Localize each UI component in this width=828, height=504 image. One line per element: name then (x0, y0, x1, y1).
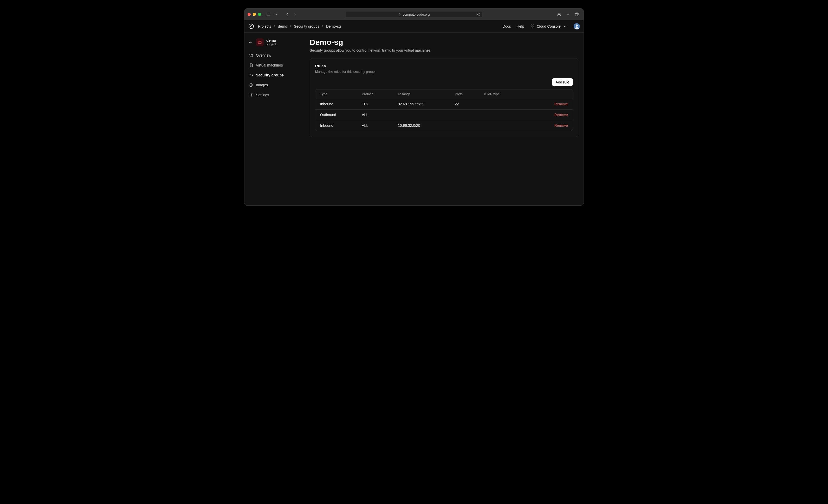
breadcrumb-projects[interactable]: Projects (258, 24, 271, 29)
sidebar-item-images[interactable]: Images (247, 81, 302, 89)
page-title: Demo-sg (309, 38, 584, 47)
sidebar-item-settings[interactable]: Settings (247, 90, 302, 99)
cell-type: Inbound (316, 98, 357, 109)
reload-icon[interactable] (477, 13, 481, 16)
browser-toolbar: compute.cudo.org (244, 9, 584, 20)
remove-rule-button[interactable]: Remove (554, 102, 568, 106)
page-subtitle: Security groups allow you to control net… (309, 48, 584, 52)
cell-icmp-type (479, 98, 510, 109)
sidebar-item-label: Virtual machines (256, 63, 283, 67)
document-icon (249, 63, 253, 67)
svg-rect-2 (399, 14, 401, 15)
chevron-down-icon (563, 24, 567, 29)
chevron-right-icon (289, 24, 292, 29)
rules-card: Rules Manage the rules for this security… (309, 58, 578, 137)
breadcrumb-current[interactable]: Demo-sg (326, 24, 341, 29)
sidebar-item-label: Overview (256, 53, 271, 57)
cell-type: Outbound (316, 109, 357, 120)
project-name: demo (266, 38, 276, 43)
address-bar[interactable]: compute.cudo.org (345, 11, 483, 18)
svg-rect-12 (531, 25, 532, 26)
rules-heading: Rules (315, 64, 573, 68)
svg-point-9 (250, 26, 252, 27)
cell-ip-range: 10.96.32.0/20 (393, 120, 450, 131)
app-header: Projects demo Security groups Demo-sg Do… (244, 20, 584, 33)
svg-point-23 (251, 94, 252, 95)
add-rule-button[interactable]: Add rule (552, 78, 573, 86)
docs-link[interactable]: Docs (501, 23, 512, 30)
cell-actions: Remove (510, 109, 573, 120)
chevron-right-icon (273, 24, 277, 29)
tab-group-dropdown[interactable] (273, 11, 280, 18)
window-controls (248, 13, 261, 16)
sidebar-item-security-groups[interactable]: Security groups (247, 71, 302, 80)
rules-table: Type Protocol IP range Ports ICMP type I… (315, 89, 573, 131)
svg-point-22 (251, 85, 252, 86)
browser-window: compute.cudo.org Projects demo Security … (244, 9, 584, 205)
nav-forward-button[interactable] (291, 11, 299, 18)
remove-rule-button[interactable]: Remove (554, 123, 568, 128)
cloud-console-dropdown[interactable]: Cloud Console (528, 23, 569, 30)
svg-point-17 (576, 25, 578, 27)
col-type: Type (316, 89, 357, 98)
folder-icon (256, 38, 264, 46)
sidebar-toggle-button[interactable] (265, 11, 272, 18)
svg-rect-0 (267, 13, 270, 16)
svg-point-21 (250, 83, 253, 87)
back-button[interactable] (248, 40, 253, 45)
cell-protocol: TCP (357, 98, 393, 109)
new-tab-button[interactable] (564, 11, 572, 18)
project-header: demo Project (247, 37, 302, 50)
cell-protocol: ALL (357, 120, 393, 131)
breadcrumb-security-groups[interactable]: Security groups (294, 24, 319, 29)
sidebar-item-label: Images (256, 83, 268, 87)
sidebar-item-overview[interactable]: Overview (247, 51, 302, 60)
sidebar-item-label: Settings (256, 93, 269, 97)
arrows-horizontal-icon (249, 73, 253, 77)
table-row: InboundALL10.96.32.0/20Remove (316, 120, 573, 131)
svg-rect-6 (576, 13, 578, 15)
window-minimize-button[interactable] (253, 13, 256, 16)
window-close-button[interactable] (248, 13, 251, 16)
sidebar-item-label: Security groups (256, 73, 284, 77)
table-row: InboundTCP82.69.155.22/3222Remove (316, 98, 573, 109)
col-ports: Ports (450, 89, 479, 98)
sidebar: demo Project Overview Virtual machines S… (244, 33, 304, 205)
nav-back-button[interactable] (284, 11, 291, 18)
breadcrumb-project[interactable]: demo (278, 24, 287, 29)
app-logo[interactable] (248, 23, 254, 30)
grid-icon (530, 24, 535, 29)
cell-icmp-type (479, 120, 510, 131)
gear-icon (249, 93, 253, 97)
col-icmp-type: ICMP type (479, 89, 510, 98)
svg-rect-14 (531, 27, 532, 28)
cell-actions: Remove (510, 120, 573, 131)
remove-rule-button[interactable]: Remove (554, 113, 568, 117)
lock-icon (398, 13, 401, 16)
folder-open-icon (249, 53, 253, 57)
col-ip-range: IP range (393, 89, 450, 98)
main-content: Demo-sg Security groups allow you to con… (304, 33, 584, 205)
cell-icmp-type (479, 109, 510, 120)
cloud-console-label: Cloud Console (537, 24, 561, 29)
cell-ports: 22 (450, 98, 479, 109)
share-button[interactable] (555, 11, 563, 18)
cell-type: Inbound (316, 120, 357, 131)
svg-point-8 (249, 24, 254, 29)
user-avatar[interactable] (574, 23, 580, 30)
disc-icon (249, 83, 253, 87)
cell-ip-range (393, 109, 450, 120)
svg-rect-7 (575, 13, 578, 16)
tab-overview-button[interactable] (573, 11, 580, 18)
chevron-right-icon (321, 24, 325, 29)
address-url: compute.cudo.org (403, 12, 430, 16)
cell-protocol: ALL (357, 109, 393, 120)
help-link[interactable]: Help (515, 23, 526, 30)
sidebar-item-virtual-machines[interactable]: Virtual machines (247, 61, 302, 70)
cell-ip-range: 82.69.155.22/32 (393, 98, 450, 109)
cell-ports (450, 109, 479, 120)
svg-rect-13 (533, 25, 534, 26)
project-sublabel: Project (266, 43, 276, 46)
window-maximize-button[interactable] (258, 13, 261, 16)
col-protocol: Protocol (357, 89, 393, 98)
